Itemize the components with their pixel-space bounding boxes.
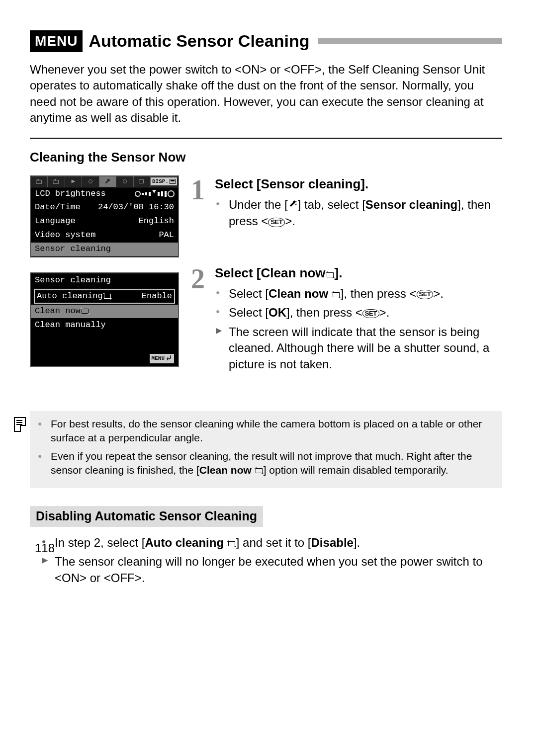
return-icon	[166, 354, 172, 363]
note-bullet: For best results, do the sensor cleaning…	[51, 417, 494, 445]
page-number: 118	[35, 540, 55, 556]
menu-value: English	[139, 216, 174, 227]
menu-row-auto-cleaning: Auto cleaning Enable	[34, 289, 175, 304]
sensor-clean-icon	[228, 541, 235, 546]
menu-value: 24/03/'08 16:30	[98, 202, 174, 213]
title-bar	[318, 38, 502, 44]
note-icon	[14, 417, 26, 432]
svg-point-10	[295, 201, 297, 203]
disp-icon	[170, 179, 176, 184]
wrench-icon	[288, 197, 298, 213]
menu-label: Auto cleaning	[37, 291, 112, 302]
section-heading-disabling: Disabling Automatic Sensor Cleaning	[30, 506, 263, 527]
sensor-clean-icon	[82, 309, 89, 314]
screen-footer: MENU	[31, 333, 178, 366]
section2-result: The sensor cleaning will no longer be ex…	[55, 554, 502, 586]
step-result: The screen will indicate that the sensor…	[229, 324, 502, 372]
camera-tabbar: : : DISP.	[31, 176, 178, 187]
menu-badge: MENU	[30, 30, 83, 52]
step-number: 2	[191, 260, 205, 298]
step-title: Select [Sensor cleaning].	[215, 175, 502, 193]
disp-badge: DISP.	[151, 177, 177, 186]
step-1: 1 Select [Sensor cleaning]. Under the []…	[191, 175, 502, 230]
menu-row-clean-now: Clean now	[31, 305, 178, 319]
wrench3-tab-icon	[116, 176, 133, 187]
menu-row-language: Language English	[31, 215, 178, 229]
menu-label: Clean manually	[35, 320, 106, 331]
on-label: ON	[242, 63, 260, 76]
sun-small-icon	[135, 191, 140, 196]
sensor-clean-icon	[104, 294, 111, 299]
divider	[30, 138, 502, 139]
off-label: OFF	[291, 63, 315, 76]
menu-label: Date/Time	[35, 202, 81, 213]
menu-row-date-time: Date/Time 24/03/'08 16:30	[31, 201, 178, 215]
intro-paragraph: Whenever you set the power switch to <ON…	[30, 62, 502, 126]
svg-point-11	[295, 204, 297, 205]
section-heading-cleaning-now: Cleaning the Sensor Now	[30, 149, 502, 166]
note-box: For best results, do the sensor cleaning…	[30, 411, 502, 488]
sensor-clean-icon	[256, 468, 263, 473]
svg-marker-5	[71, 180, 75, 183]
camera-tab-icon	[31, 176, 48, 187]
svg-rect-9	[139, 180, 144, 183]
sensor-clean-icon	[333, 292, 340, 297]
page-title-row: MENU Automatic Sensor Cleaning	[30, 30, 502, 53]
screen-subtitle: Sensor cleaning	[31, 273, 178, 288]
menu-return-badge: MENU	[150, 354, 174, 363]
playback-tab-icon	[65, 176, 82, 187]
menu-row-sensor-cleaning: Sensor cleaning	[31, 243, 178, 256]
brightness-scale	[135, 188, 174, 200]
disp-label: DISP.	[152, 178, 169, 185]
svg-rect-0	[36, 180, 42, 183]
set-button-icon: SET	[362, 309, 379, 319]
wrench2-tab-icon: :	[99, 176, 116, 187]
step-bullet: Select [OK], then press <SET>.	[229, 305, 502, 321]
menu-label: Clean now	[35, 306, 90, 317]
step-bullet: Select [Clean now ], then press <SET>.	[229, 286, 502, 302]
set-button-icon: SET	[417, 290, 434, 299]
menu-row-clean-manually: Clean manually	[31, 319, 178, 333]
step-title: Select [Clean now].	[215, 264, 502, 282]
section-disabling: Disabling Automatic Sensor Cleaning In s…	[30, 506, 502, 586]
menu-label: Sensor cleaning	[35, 244, 111, 255]
menu-return-label: MENU	[152, 355, 165, 362]
wrench-tab-icon	[82, 176, 99, 187]
step-number: 1	[191, 171, 205, 209]
intro-text: Whenever you set the power switch to <	[30, 63, 242, 76]
set-button-icon: SET	[268, 218, 285, 227]
brightness-caret-icon	[152, 190, 156, 193]
step-2: 2 Select [Clean now]. Select [Clean now …	[191, 264, 502, 372]
menu-row-lcd-brightness: LCD brightness	[31, 187, 178, 201]
svg-text::: :	[57, 181, 59, 184]
intro-text: > or <	[260, 63, 291, 76]
step-bullet: Under the [] tab, select [Sensor cleanin…	[229, 197, 502, 230]
camera-screen-setup-menu: : : DISP. LCD brightness	[30, 175, 179, 258]
camera-screen-sensor-cleaning: Sensor cleaning Auto cleaning Enable Cle…	[30, 272, 179, 367]
menu-label: Video system	[35, 230, 95, 241]
svg-rect-1	[37, 179, 39, 181]
menu-value: Enable	[142, 291, 172, 302]
menu-label: LCD brightness	[35, 188, 106, 200]
sensor-clean-icon	[327, 272, 334, 277]
custom-tab-icon	[134, 176, 151, 187]
svg-rect-3	[55, 179, 57, 181]
page-title: Automatic Sensor Cleaning	[89, 30, 309, 53]
svg-text::: :	[109, 179, 110, 182]
svg-point-6	[89, 180, 92, 183]
menu-label: Language	[35, 216, 76, 227]
note-bullet: Even if you repeat the sensor cleaning, …	[51, 449, 494, 478]
menu-row-video-system: Video system PAL	[31, 229, 178, 243]
svg-point-8	[123, 180, 126, 183]
section2-bullet: In step 2, select [Auto cleaning ] and s…	[55, 535, 502, 551]
menu-value: PAL	[159, 230, 174, 241]
camera-tab-icon: :	[48, 176, 65, 187]
sun-large-icon	[168, 191, 174, 197]
